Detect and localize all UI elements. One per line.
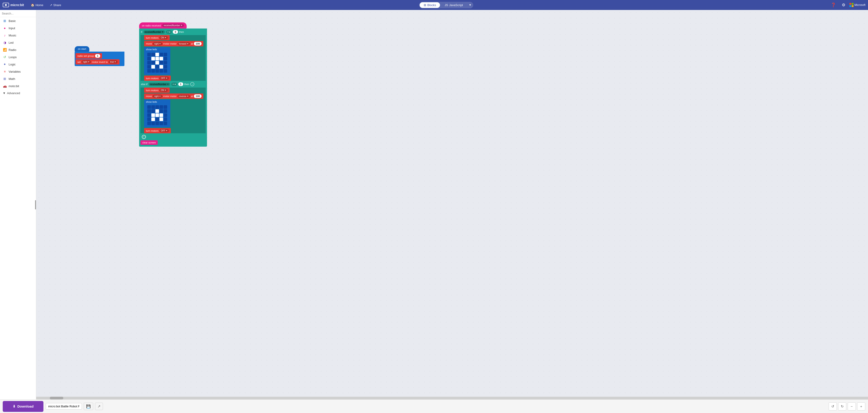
home-button[interactable]: 🏠 Home (29, 2, 46, 8)
download-button[interactable]: ⬇ Download (3, 401, 43, 412)
led-cell[interactable] (155, 113, 159, 117)
led-cell[interactable] (151, 105, 155, 109)
led-cell[interactable] (155, 117, 159, 121)
if-receivedNumber-dropdown[interactable]: receivedNumber (144, 30, 165, 34)
right-dropdown[interactable]: right (82, 60, 91, 64)
zoom-out-button[interactable]: − (848, 402, 856, 411)
elseif-eq-operator[interactable]: = ▾ (171, 83, 177, 86)
led-cell[interactable] (159, 61, 163, 64)
sidebar-item-music[interactable]: ♪ Music (0, 32, 36, 39)
led-cell[interactable] (155, 121, 159, 125)
sidebar-item-math[interactable]: ⊞ Math (0, 75, 36, 82)
turn-motors-off-1-block[interactable]: turn motors OFF (144, 76, 171, 81)
led-cell[interactable] (147, 57, 151, 60)
led-cell[interactable] (159, 117, 163, 121)
turn-motors-on-2-block[interactable]: turn motors ON (144, 88, 170, 93)
turn-motors-off-2-block[interactable]: turn motors OFF (144, 128, 171, 133)
led-cell[interactable] (147, 105, 151, 109)
led-cell[interactable] (163, 65, 167, 68)
redo-button[interactable]: ↻ (838, 402, 846, 411)
turn-motors-off-1-dropdown[interactable]: OFF (159, 77, 169, 80)
led-cell[interactable] (159, 57, 163, 60)
received-number-dropdown[interactable]: receivedNumber (162, 24, 184, 27)
led-cell[interactable] (159, 109, 163, 113)
on-start-block[interactable]: on start (75, 46, 89, 52)
led-cell[interactable] (155, 61, 159, 64)
turn-motors-on-dropdown[interactable]: ON (159, 36, 168, 39)
tab-dropdown-arrow[interactable]: ▼ (467, 2, 473, 7)
led-cell[interactable] (151, 109, 155, 113)
led-cell[interactable] (159, 121, 163, 125)
turn-motors-off-2-dropdown[interactable]: OFF (159, 129, 169, 132)
help-button[interactable]: ❓ (829, 2, 838, 8)
show-leds-1-block[interactable]: show leds (144, 47, 170, 75)
eq-operator[interactable]: = ▾ (166, 30, 172, 34)
scrollbar-horizontal[interactable] (36, 397, 868, 400)
radio-set-group-block[interactable]: radio set group 1 (75, 53, 102, 59)
project-name-input[interactable] (46, 403, 82, 410)
sidebar-item-variables[interactable]: ≡ Variables (0, 68, 36, 75)
sidebar-item-basic[interactable]: ⊞ Basic (0, 17, 36, 24)
move-reverse-dropdown[interactable]: reverse (178, 95, 190, 98)
search-input[interactable] (2, 12, 36, 15)
move-forward-block[interactable]: move right motor motor forward at 100 (144, 41, 204, 47)
led-cell[interactable] (147, 121, 151, 125)
turn-motors-on-2-dropdown[interactable]: ON (159, 88, 168, 92)
sidebar-advanced[interactable]: ▼ Advanced (0, 90, 36, 97)
move-forward-dropdown[interactable]: forward (178, 42, 190, 46)
led-cell[interactable] (151, 53, 155, 56)
javascript-tab[interactable]: JS JavaScript (440, 2, 467, 8)
led-cell[interactable] (159, 69, 163, 72)
led-cell[interactable] (151, 117, 155, 121)
sidebar-item-loops[interactable]: ↺ Loops (0, 53, 36, 61)
led-cell[interactable] (147, 61, 151, 64)
led-cell[interactable] (163, 105, 167, 109)
led-cell[interactable] (163, 121, 167, 125)
led-cell[interactable] (151, 65, 155, 68)
led-cell[interactable] (163, 53, 167, 56)
settings-button[interactable]: ⚙ (840, 2, 847, 8)
led-cell[interactable] (147, 65, 151, 68)
zoom-in-button[interactable]: + (857, 402, 865, 411)
sidebar-item-logic[interactable]: ✦ Logic (0, 61, 36, 68)
led-cell[interactable] (163, 113, 167, 117)
led-cell[interactable] (151, 113, 155, 117)
share-button[interactable]: ↗ Share (48, 2, 64, 8)
move-reverse-block[interactable]: move right motor motor reverse at 100 (144, 93, 204, 99)
led-cell[interactable] (163, 61, 167, 64)
led-cell[interactable] (147, 109, 151, 113)
led-cell[interactable] (147, 117, 151, 121)
led-cell[interactable] (151, 61, 155, 64)
blocks-tab[interactable]: ⊞ Blocks (420, 2, 440, 8)
sidebar-item-radio[interactable]: 📶 Radio (0, 46, 36, 53)
led-cell[interactable] (159, 53, 163, 56)
logo[interactable]: micro:bit (3, 3, 24, 7)
led-cell[interactable] (155, 57, 159, 60)
clear-screen-block[interactable]: clear screen (141, 140, 158, 145)
on-radio-received-block[interactable]: on radio received receivedNumber (139, 22, 187, 29)
canvas-area[interactable]: on start radio set group 1 (36, 10, 868, 400)
led-cell[interactable] (147, 53, 151, 56)
led-cell[interactable] (147, 113, 151, 117)
minus-circle-icon[interactable]: − (190, 82, 194, 86)
sidebar-item-motobit[interactable]: 🚗 moto:bit (0, 82, 36, 90)
led-cell[interactable] (147, 69, 151, 72)
true-dropdown[interactable]: true (108, 60, 117, 64)
undo-button[interactable]: ↺ (829, 402, 837, 411)
led-cell[interactable] (163, 117, 167, 121)
led-cell[interactable] (151, 57, 155, 60)
move-right-dropdown[interactable]: right (153, 42, 162, 46)
led-cell[interactable] (155, 53, 159, 56)
scrollbar-thumb[interactable] (50, 397, 63, 400)
led-cell[interactable] (155, 69, 159, 72)
led-cell[interactable] (155, 105, 159, 109)
led-cell[interactable] (163, 69, 167, 72)
sidebar-item-led[interactable]: ◑ Led (0, 39, 36, 46)
show-leds-2-block[interactable]: show leds (144, 99, 170, 127)
plus-circle-icon[interactable]: + (142, 135, 146, 139)
set-motor-invert-block[interactable]: set right motor invert to true (75, 59, 119, 64)
save-project-button[interactable]: 💾 (84, 403, 93, 410)
led-cell[interactable] (159, 65, 163, 68)
led-cell[interactable] (155, 65, 159, 68)
sidebar-item-input[interactable]: ● Input (0, 24, 36, 32)
